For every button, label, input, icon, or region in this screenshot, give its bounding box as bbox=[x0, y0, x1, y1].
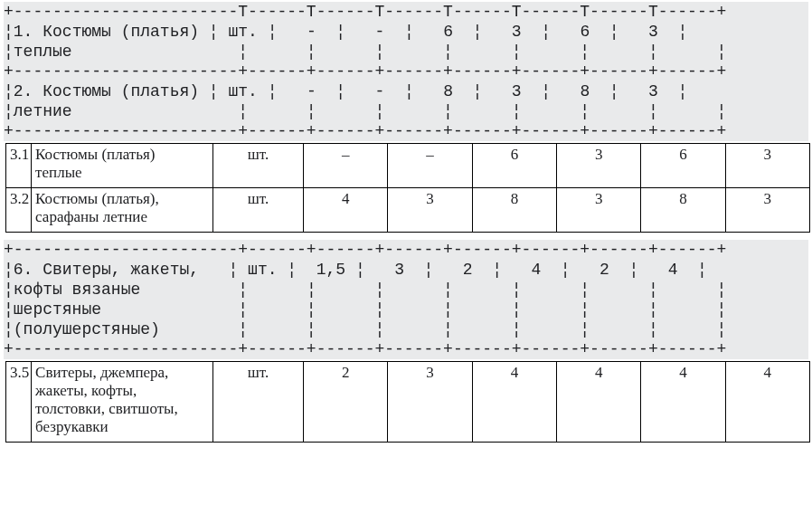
cell: – bbox=[304, 144, 388, 188]
table-row: ¦теплые ¦ ¦ ¦ ¦ ¦ ¦ ¦ ¦ bbox=[4, 43, 726, 61]
cell: 4 bbox=[668, 261, 678, 279]
cell: 3 bbox=[394, 261, 404, 279]
cell: 3 bbox=[725, 188, 809, 233]
table-row: ¦кофты вязаные ¦ ¦ ¦ ¦ ¦ ¦ ¦ ¦ bbox=[4, 281, 726, 299]
cell: 2 bbox=[304, 362, 388, 443]
row-name-cont: теплые bbox=[14, 43, 72, 61]
cell: 8 bbox=[443, 82, 453, 100]
row-name-cont: кофты вязаные bbox=[14, 281, 140, 299]
cell: 4 bbox=[472, 362, 556, 443]
border-table-35: 3.5 Свитеры, джемпера, жакеты, кофты, то… bbox=[5, 361, 810, 443]
divider-line: +-----------------------T------T------T-… bbox=[4, 3, 726, 21]
cell: 3 bbox=[557, 188, 641, 233]
cell: 4 bbox=[557, 362, 641, 443]
cell: 6 bbox=[580, 23, 590, 41]
row-name: Костюмы (платья) bbox=[42, 82, 199, 100]
row-name: Свитеры, джемпера, жакеты, кофты, толсто… bbox=[32, 362, 213, 443]
divider-line: +-----------------------+------+------+-… bbox=[4, 62, 726, 81]
cell: 3 bbox=[557, 144, 641, 188]
divider-line: +-----------------------+------+------+-… bbox=[4, 340, 726, 358]
cell: - bbox=[375, 23, 385, 41]
row-name-cont: летние bbox=[14, 102, 72, 120]
cell: – bbox=[388, 144, 472, 188]
cell: 6 bbox=[641, 144, 725, 188]
cell: 3 bbox=[648, 23, 658, 41]
row-unit: шт. bbox=[212, 144, 303, 188]
table-row: ¦шерстяные ¦ ¦ ¦ ¦ ¦ ¦ ¦ ¦ bbox=[4, 300, 726, 319]
cell: 6 bbox=[472, 144, 556, 188]
row-num: 2. bbox=[14, 82, 33, 100]
row-name: Костюмы (платья)теплые bbox=[32, 144, 213, 188]
cell: 4 bbox=[304, 188, 388, 233]
table-row: ¦летние ¦ ¦ ¦ ¦ ¦ ¦ ¦ ¦ bbox=[4, 102, 726, 120]
cell: 3 bbox=[512, 82, 522, 100]
cell: - bbox=[307, 82, 316, 100]
row-num: 3.5 bbox=[6, 362, 32, 443]
row-name-cont: шерстяные bbox=[14, 300, 101, 319]
cell: 4 bbox=[641, 362, 725, 443]
row-num: 1. bbox=[14, 23, 33, 41]
table-row: ¦(полушерстяные) ¦ ¦ ¦ ¦ ¦ ¦ ¦ ¦ bbox=[4, 320, 726, 338]
cell: 3 bbox=[648, 82, 658, 100]
table-row: 3.5 Свитеры, джемпера, жакеты, кофты, то… bbox=[6, 362, 810, 443]
cell: 3 bbox=[512, 23, 522, 41]
cell: 4 bbox=[725, 362, 809, 443]
row-unit: шт. bbox=[248, 261, 277, 279]
cell: 1,5 bbox=[316, 261, 345, 279]
row-unit: шт. bbox=[228, 23, 257, 41]
row-name: Костюмы (платья),сарафаны летние bbox=[32, 188, 213, 233]
divider-line: +-----------------------+------+------+-… bbox=[4, 241, 726, 259]
row-name: Костюмы (платья) bbox=[42, 23, 199, 41]
table-row: 3.1 Костюмы (платья)теплые шт. – – 6 3 6… bbox=[6, 144, 810, 188]
table-row: ¦1. Костюмы (платья) ¦ шт. ¦ - ¦ - ¦ 6 ¦… bbox=[4, 23, 687, 41]
cell: 8 bbox=[472, 188, 556, 233]
table-row: 3.2 Костюмы (платья),сарафаны летние шт.… bbox=[6, 188, 810, 233]
divider-line: +-----------------------+------+------+-… bbox=[4, 122, 726, 140]
border-table-3x: 3.1 Костюмы (платья)теплые шт. – – 6 3 6… bbox=[5, 143, 810, 233]
row-num: 3.1 bbox=[6, 144, 32, 188]
table-row: ¦2. Костюмы (платья) ¦ шт. ¦ - ¦ - ¦ 8 ¦… bbox=[4, 82, 687, 100]
row-unit: шт. bbox=[212, 188, 303, 233]
table-row: ¦6. Свитеры, жакеты, ¦ шт. ¦ 1,5 ¦ 3 ¦ 2… bbox=[4, 261, 707, 279]
cell: 8 bbox=[641, 188, 725, 233]
cell: - bbox=[307, 23, 316, 41]
cell: 3 bbox=[388, 188, 472, 233]
cell: 2 bbox=[600, 261, 609, 279]
row-unit: шт. bbox=[212, 362, 303, 443]
cell: 2 bbox=[463, 261, 473, 279]
row-num: 3.2 bbox=[6, 188, 32, 233]
ascii-table-mid: +-----------------------+------+------+-… bbox=[4, 240, 808, 359]
cell: - bbox=[375, 82, 385, 100]
row-name-cont: (полушерстяные) bbox=[14, 320, 160, 338]
cell: 6 bbox=[443, 23, 453, 41]
row-num: 6. bbox=[14, 261, 33, 279]
row-unit: шт. bbox=[228, 82, 257, 100]
ascii-table-top: +-----------------------T------T------T-… bbox=[4, 2, 808, 141]
cell: 3 bbox=[388, 362, 472, 443]
cell: 3 bbox=[725, 144, 809, 188]
row-name: Свитеры, жакеты, bbox=[42, 261, 199, 279]
cell: 4 bbox=[531, 261, 541, 279]
cell: 8 bbox=[580, 82, 590, 100]
